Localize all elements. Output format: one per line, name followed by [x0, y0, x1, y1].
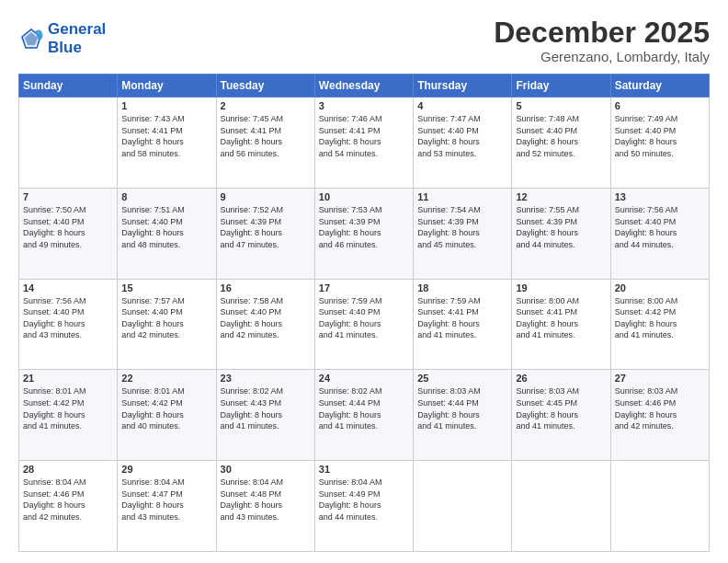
day-number: 28	[23, 464, 113, 475]
calendar-cell: 10Sunrise: 7:53 AM Sunset: 4:39 PM Dayli…	[314, 188, 413, 279]
calendar-cell: 21Sunrise: 8:01 AM Sunset: 4:42 PM Dayli…	[19, 370, 118, 461]
logo: General Blue	[18, 20, 106, 56]
day-info: Sunrise: 7:53 AM Sunset: 4:39 PM Dayligh…	[319, 204, 409, 250]
day-number: 14	[23, 282, 113, 293]
header: General Blue December 2025 Gerenzano, Lo…	[18, 17, 710, 64]
calendar-cell: 8Sunrise: 7:51 AM Sunset: 4:40 PM Daylig…	[118, 188, 216, 279]
calendar-cell	[19, 98, 118, 189]
day-info: Sunrise: 7:45 AM Sunset: 4:41 PM Dayligh…	[221, 113, 311, 159]
calendar-cell: 14Sunrise: 7:56 AM Sunset: 4:40 PM Dayli…	[19, 279, 118, 370]
day-info: Sunrise: 8:00 AM Sunset: 4:41 PM Dayligh…	[516, 295, 606, 341]
day-info: Sunrise: 7:56 AM Sunset: 4:40 PM Dayligh…	[23, 295, 113, 341]
day-number: 19	[516, 282, 606, 293]
logo-text: General Blue	[48, 20, 106, 56]
day-number: 16	[221, 282, 311, 293]
day-info: Sunrise: 7:48 AM Sunset: 4:40 PM Dayligh…	[516, 113, 606, 159]
weekday-header-thursday: Thursday	[414, 75, 512, 98]
calendar-cell: 17Sunrise: 7:59 AM Sunset: 4:40 PM Dayli…	[314, 279, 413, 370]
day-info: Sunrise: 7:54 AM Sunset: 4:39 PM Dayligh…	[417, 204, 507, 250]
day-info: Sunrise: 7:49 AM Sunset: 4:40 PM Dayligh…	[615, 113, 705, 159]
day-number: 1	[121, 100, 211, 111]
day-info: Sunrise: 7:50 AM Sunset: 4:40 PM Dayligh…	[23, 204, 113, 250]
day-info: Sunrise: 8:04 AM Sunset: 4:49 PM Dayligh…	[319, 477, 409, 523]
day-info: Sunrise: 8:04 AM Sunset: 4:46 PM Dayligh…	[23, 477, 113, 523]
calendar-table: SundayMondayTuesdayWednesdayThursdayFrid…	[18, 74, 710, 552]
week-row-4: 21Sunrise: 8:01 AM Sunset: 4:42 PM Dayli…	[19, 370, 710, 461]
calendar-cell: 20Sunrise: 8:00 AM Sunset: 4:42 PM Dayli…	[610, 279, 709, 370]
week-row-2: 7Sunrise: 7:50 AM Sunset: 4:40 PM Daylig…	[19, 188, 710, 279]
calendar-cell: 6Sunrise: 7:49 AM Sunset: 4:40 PM Daylig…	[610, 98, 709, 189]
calendar-cell: 1Sunrise: 7:43 AM Sunset: 4:41 PM Daylig…	[118, 98, 216, 189]
day-number: 26	[516, 373, 606, 384]
calendar-cell: 28Sunrise: 8:04 AM Sunset: 4:46 PM Dayli…	[19, 461, 118, 552]
day-number: 27	[615, 373, 705, 384]
day-number: 9	[221, 191, 311, 202]
day-info: Sunrise: 8:00 AM Sunset: 4:42 PM Dayligh…	[615, 295, 705, 341]
calendar-cell: 3Sunrise: 7:46 AM Sunset: 4:41 PM Daylig…	[314, 98, 413, 189]
day-info: Sunrise: 8:02 AM Sunset: 4:43 PM Dayligh…	[221, 385, 311, 431]
day-number: 24	[319, 373, 409, 384]
day-number: 5	[516, 100, 606, 111]
week-row-1: 1Sunrise: 7:43 AM Sunset: 4:41 PM Daylig…	[19, 98, 710, 189]
day-info: Sunrise: 7:43 AM Sunset: 4:41 PM Dayligh…	[121, 113, 211, 159]
day-number: 13	[615, 191, 705, 202]
logo-general: General	[48, 20, 106, 38]
calendar-cell: 4Sunrise: 7:47 AM Sunset: 4:40 PM Daylig…	[414, 98, 512, 189]
calendar-cell: 16Sunrise: 7:58 AM Sunset: 4:40 PM Dayli…	[216, 279, 314, 370]
calendar-cell: 27Sunrise: 8:03 AM Sunset: 4:46 PM Dayli…	[610, 370, 709, 461]
calendar-cell: 18Sunrise: 7:59 AM Sunset: 4:41 PM Dayli…	[414, 279, 512, 370]
day-number: 23	[221, 373, 311, 384]
day-number: 25	[417, 373, 507, 384]
calendar-cell: 19Sunrise: 8:00 AM Sunset: 4:41 PM Dayli…	[512, 279, 610, 370]
calendar-cell: 22Sunrise: 8:01 AM Sunset: 4:42 PM Dayli…	[118, 370, 216, 461]
title-block: December 2025 Gerenzano, Lombardy, Italy	[494, 17, 710, 64]
month-title: December 2025	[494, 17, 710, 49]
day-info: Sunrise: 7:58 AM Sunset: 4:40 PM Dayligh…	[221, 295, 311, 341]
day-info: Sunrise: 7:59 AM Sunset: 4:41 PM Dayligh…	[417, 295, 507, 341]
calendar-cell	[512, 461, 610, 552]
day-info: Sunrise: 7:57 AM Sunset: 4:40 PM Dayligh…	[121, 295, 211, 341]
calendar-cell: 15Sunrise: 7:57 AM Sunset: 4:40 PM Dayli…	[118, 279, 216, 370]
calendar-cell: 12Sunrise: 7:55 AM Sunset: 4:39 PM Dayli…	[512, 188, 610, 279]
day-info: Sunrise: 8:04 AM Sunset: 4:47 PM Dayligh…	[121, 477, 211, 523]
weekday-header-sunday: Sunday	[19, 75, 118, 98]
calendar-cell: 13Sunrise: 7:56 AM Sunset: 4:40 PM Dayli…	[610, 188, 709, 279]
day-info: Sunrise: 8:01 AM Sunset: 4:42 PM Dayligh…	[23, 385, 113, 431]
day-number: 17	[319, 282, 409, 293]
day-info: Sunrise: 8:04 AM Sunset: 4:48 PM Dayligh…	[221, 477, 311, 523]
day-info: Sunrise: 8:03 AM Sunset: 4:45 PM Dayligh…	[516, 385, 606, 431]
weekday-header-tuesday: Tuesday	[216, 75, 314, 98]
week-row-5: 28Sunrise: 8:04 AM Sunset: 4:46 PM Dayli…	[19, 461, 710, 552]
day-number: 7	[23, 191, 113, 202]
calendar-cell: 9Sunrise: 7:52 AM Sunset: 4:39 PM Daylig…	[216, 188, 314, 279]
day-info: Sunrise: 8:03 AM Sunset: 4:46 PM Dayligh…	[615, 385, 705, 431]
day-info: Sunrise: 8:01 AM Sunset: 4:42 PM Dayligh…	[121, 385, 211, 431]
day-number: 29	[121, 464, 211, 475]
calendar-cell: 2Sunrise: 7:45 AM Sunset: 4:41 PM Daylig…	[216, 98, 314, 189]
calendar-cell: 25Sunrise: 8:03 AM Sunset: 4:44 PM Dayli…	[414, 370, 512, 461]
day-info: Sunrise: 7:51 AM Sunset: 4:40 PM Dayligh…	[121, 204, 211, 250]
calendar-cell	[414, 461, 512, 552]
calendar-cell: 29Sunrise: 8:04 AM Sunset: 4:47 PM Dayli…	[118, 461, 216, 552]
day-number: 31	[319, 464, 409, 475]
location: Gerenzano, Lombardy, Italy	[494, 49, 710, 64]
day-info: Sunrise: 7:47 AM Sunset: 4:40 PM Dayligh…	[417, 113, 507, 159]
weekday-header-saturday: Saturday	[610, 75, 709, 98]
day-number: 21	[23, 373, 113, 384]
day-number: 3	[319, 100, 409, 111]
calendar-cell: 23Sunrise: 8:02 AM Sunset: 4:43 PM Dayli…	[216, 370, 314, 461]
calendar-cell: 30Sunrise: 8:04 AM Sunset: 4:48 PM Dayli…	[216, 461, 314, 552]
day-number: 12	[516, 191, 606, 202]
calendar-cell: 11Sunrise: 7:54 AM Sunset: 4:39 PM Dayli…	[414, 188, 512, 279]
day-info: Sunrise: 7:59 AM Sunset: 4:40 PM Dayligh…	[319, 295, 409, 341]
logo-blue: Blue	[48, 39, 106, 57]
weekday-header-wednesday: Wednesday	[314, 75, 413, 98]
day-number: 10	[319, 191, 409, 202]
weekday-header-row: SundayMondayTuesdayWednesdayThursdayFrid…	[19, 75, 710, 98]
calendar-cell: 24Sunrise: 8:02 AM Sunset: 4:44 PM Dayli…	[314, 370, 413, 461]
day-number: 11	[417, 191, 507, 202]
calendar-cell: 5Sunrise: 7:48 AM Sunset: 4:40 PM Daylig…	[512, 98, 610, 189]
weekday-header-monday: Monday	[118, 75, 216, 98]
day-info: Sunrise: 7:46 AM Sunset: 4:41 PM Dayligh…	[319, 113, 409, 159]
day-info: Sunrise: 8:03 AM Sunset: 4:44 PM Dayligh…	[417, 385, 507, 431]
